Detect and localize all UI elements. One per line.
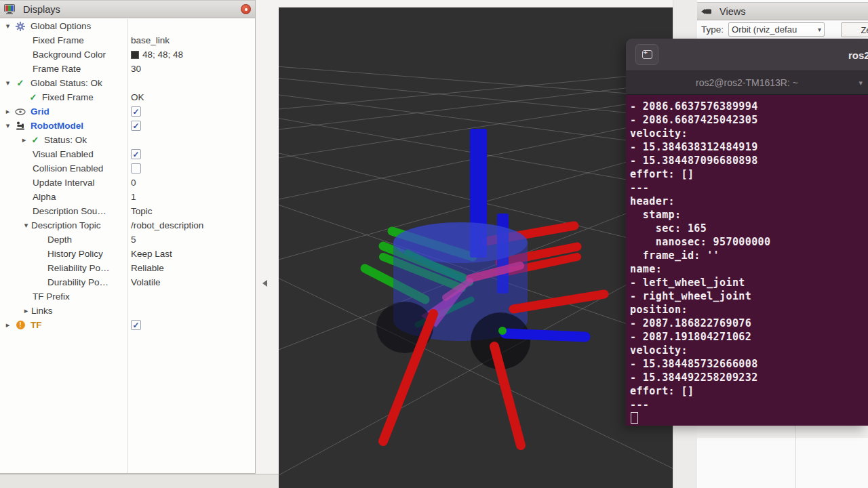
terminal-tab[interactable]: ros2@ros2-TM1613R: ~: [696, 77, 798, 88]
property-value[interactable]: 5: [131, 235, 136, 245]
property-value[interactable]: 0: [131, 178, 136, 188]
display-row[interactable]: ✓Fixed FrameOK: [0, 90, 254, 104]
display-row[interactable]: Fixed Framebase_link: [0, 33, 254, 47]
property-value[interactable]: Volatile: [131, 277, 161, 287]
property-value[interactable]: Keep Last: [131, 249, 172, 259]
row-value-cell: OK: [131, 90, 144, 104]
checkbox-checked[interactable]: ✓: [131, 121, 141, 131]
display-row[interactable]: ▾✓Global Status: Ok: [0, 76, 254, 90]
terminal-line: position:: [630, 303, 868, 317]
checkbox-checked[interactable]: ✓: [131, 149, 141, 159]
property-label: Collision Enabled: [33, 163, 103, 174]
chevron-down-icon[interactable]: ▾: [859, 79, 863, 87]
terminal-line: velocity:: [630, 344, 868, 357]
property-label: Alpha: [33, 192, 56, 202]
display-row[interactable]: Frame Rate30: [0, 62, 254, 76]
display-row[interactable]: Reliability Po…Reliable: [0, 261, 254, 275]
terminal-output[interactable]: - 2086.6637576389994- 2086.6687425042305…: [626, 95, 868, 426]
tf-axis-y: [498, 327, 507, 335]
chevron-down-icon[interactable]: ▾: [3, 22, 13, 30]
checkbox-checked[interactable]: ✓: [131, 106, 141, 117]
chevron-right-icon[interactable]: ▸: [21, 307, 31, 314]
3d-scene: [279, 7, 673, 488]
display-row[interactable]: Visual Enabled✓: [0, 147, 254, 161]
property-label: Reliability Po…: [47, 263, 110, 273]
row-label-cell: Frame Rate: [0, 64, 127, 74]
camera-icon: [701, 7, 712, 16]
row-label-cell: Depth: [0, 235, 127, 245]
property-value[interactable]: 30: [131, 64, 141, 74]
row-label-cell: Update Interval: [0, 178, 127, 188]
property-value[interactable]: OK: [131, 92, 144, 102]
splitter-collapse-icon[interactable]: [262, 280, 267, 287]
zero-button-label: Ze: [861, 25, 868, 35]
row-value-cell: ✓: [131, 147, 141, 161]
property-label: Fixed Frame: [42, 92, 94, 102]
checkbox-checked[interactable]: ✓: [131, 320, 141, 330]
display-row[interactable]: ▾Global Options: [0, 19, 254, 33]
tf-axis-z: [505, 333, 585, 337]
display-row[interactable]: Collision Enabled: [0, 161, 254, 176]
row-label-cell: Durability Po…: [0, 277, 127, 287]
property-label: Global Options: [31, 21, 91, 31]
display-row[interactable]: Depth5: [0, 232, 254, 247]
chevron-down-icon[interactable]: ▾: [3, 122, 13, 129]
display-row[interactable]: Description Sou…Topic: [0, 204, 254, 218]
chevron-down-icon[interactable]: ▾: [21, 222, 31, 229]
property-value[interactable]: /robot_description: [131, 220, 203, 230]
display-row[interactable]: ▾RobotModel✓: [0, 119, 254, 133]
terminal-line: effort: []: [630, 167, 868, 181]
terminal-line: sec: 165: [630, 222, 868, 235]
grid-line: [279, 33, 673, 129]
close-icon[interactable]: [241, 4, 251, 14]
row-label-cell: Background Color: [0, 49, 127, 60]
terminal-line: effort: []: [630, 384, 868, 398]
views-panel-title: Views: [719, 6, 745, 17]
3d-viewport[interactable]: [279, 7, 673, 488]
property-value[interactable]: Topic: [131, 206, 153, 216]
chevron-right-icon[interactable]: ▸: [3, 108, 13, 115]
property-value[interactable]: base_link: [131, 35, 170, 45]
views-list-band: [697, 426, 868, 438]
property-label: Depth: [47, 235, 72, 245]
property-value[interactable]: 48; 48; 48: [142, 49, 183, 60]
terminal-line: - 15.384492258209232: [630, 371, 868, 384]
terminal-titlebar[interactable]: ros2@: [626, 39, 868, 71]
display-row[interactable]: Durability Po…Volatile: [0, 275, 254, 289]
color-swatch[interactable]: [131, 51, 139, 59]
display-row[interactable]: Alpha1: [0, 190, 254, 204]
display-row[interactable]: ▸Grid✓: [0, 104, 254, 119]
displays-panel-header[interactable]: Displays: [0, 0, 255, 18]
chevron-right-icon[interactable]: ▸: [3, 321, 13, 329]
property-value[interactable]: Reliable: [131, 263, 164, 273]
display-row[interactable]: History PolicyKeep Last: [0, 247, 254, 261]
views-panel-header[interactable]: Views: [697, 2, 868, 20]
chevron-down-icon[interactable]: ▾: [3, 79, 13, 87]
display-row[interactable]: ▾Description Topic/robot_description: [0, 218, 254, 232]
display-row[interactable]: TF Prefix: [0, 289, 254, 304]
property-label: Grid: [31, 106, 50, 117]
zero-button[interactable]: Ze: [841, 22, 868, 37]
display-row[interactable]: ▸✓Status: Ok: [0, 133, 254, 147]
row-label-cell: Collision Enabled: [0, 163, 127, 174]
display-row[interactable]: Update Interval0: [0, 176, 254, 190]
row-value-cell: Topic: [131, 204, 153, 218]
display-row[interactable]: Background Color48; 48; 48: [0, 47, 254, 62]
new-tab-button[interactable]: [635, 44, 658, 65]
display-row[interactable]: ▸!TF✓: [0, 318, 254, 332]
display-row[interactable]: ▸Links: [0, 304, 254, 318]
view-type-dropdown[interactable]: Orbit (rviz_defau ▾: [728, 22, 825, 37]
view-type-row: Type: Orbit (rviz_defau ▾ Ze: [697, 20, 868, 39]
chevron-right-icon[interactable]: ▸: [19, 136, 29, 144]
view-type-value: Orbit (rviz_defau: [732, 24, 797, 35]
property-value[interactable]: 1: [131, 192, 136, 202]
grid-line: [279, 26, 673, 97]
displays-panel: Displays ▾Global OptionsFixed Framebase_…: [0, 0, 256, 474]
row-label-cell: Visual Enabled: [0, 149, 127, 159]
grid-line: [279, 26, 673, 146]
row-value-cell: 1: [131, 190, 136, 204]
row-label-cell: TF Prefix: [0, 291, 127, 302]
checkbox-unchecked[interactable]: [131, 163, 141, 174]
terminal-window[interactable]: ros2@ ros2@ros2-TM1613R: ~ ▾ - 2086.6637…: [626, 39, 868, 426]
row-value-cell: ✓: [131, 318, 141, 332]
